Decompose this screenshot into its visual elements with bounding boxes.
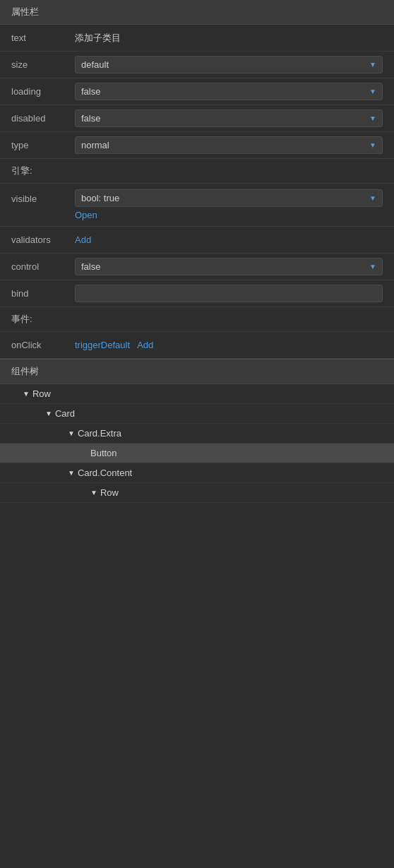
prop-label-bind: bind [11, 288, 75, 299]
tree-item-label: Card.Extra [78, 428, 121, 439]
tree-item-card-extra[interactable]: ▼ Card.Extra [0, 424, 394, 444]
prop-value-type[interactable]: normal ▼ [75, 136, 383, 154]
prop-label-control: control [11, 261, 75, 272]
tree-item-card[interactable]: ▼ Card [0, 404, 394, 424]
prop-row-type: type normal ▼ [0, 132, 394, 159]
prop-row-onclick: onClick triggerDefault Add [0, 332, 394, 359]
validators-add-link[interactable]: Add [75, 234, 91, 245]
prop-row-size: size default ▼ [0, 52, 394, 78]
prop-row-text: text 添加子类目 [0, 25, 394, 52]
size-select[interactable]: default ▼ [75, 56, 383, 73]
onclick-add-link[interactable]: Add [137, 340, 153, 350]
prop-value-disabled[interactable]: false ▼ [75, 109, 383, 127]
triggers-label: 引擎: [0, 159, 394, 184]
visible-select-value: bool: true [81, 193, 119, 203]
properties-panel-header: 属性栏 [0, 0, 394, 25]
tree-item-label: Card [55, 408, 75, 419]
chevron-right-icon: ▼ [90, 489, 97, 497]
chevron-right-icon: ▼ [68, 469, 75, 477]
component-tree-header: 组件树 [0, 359, 394, 384]
prop-label-size: size [11, 59, 75, 70]
prop-row-visible: visible bool: true ▼ Open [0, 184, 394, 227]
chevron-down-icon: ▼ [369, 61, 376, 69]
chevron-down-icon: ▼ [369, 88, 376, 95]
tree-item-label: Button [90, 448, 117, 458]
chevron-down-icon: ▼ [369, 114, 376, 122]
properties-section: text 添加子类目 size default ▼ loading false … [0, 25, 394, 359]
prop-label-type: type [11, 140, 75, 150]
type-select-value: normal [81, 140, 109, 150]
tree-item-row-1[interactable]: ▼ Row [0, 384, 394, 404]
prop-row-control: control false ▼ [0, 254, 394, 280]
control-select-value: false [81, 261, 100, 272]
type-select[interactable]: normal ▼ [75, 136, 383, 154]
prop-label-disabled: disabled [11, 113, 75, 124]
prop-value-onclick: triggerDefault Add [75, 340, 383, 350]
events-label: 事件: [0, 307, 394, 332]
disabled-select[interactable]: false ▼ [75, 109, 383, 127]
chevron-right-icon: ▼ [68, 429, 75, 437]
prop-row-validators: validators Add [0, 227, 394, 254]
disabled-select-value: false [81, 113, 100, 124]
prop-label-onclick: onClick [11, 340, 75, 350]
prop-label-loading: loading [11, 86, 75, 97]
chevron-down-icon: ▼ [369, 194, 376, 202]
prop-value-control[interactable]: false ▼ [75, 258, 383, 275]
visible-open-link[interactable]: Open [75, 210, 383, 220]
tree-item-label: Row [32, 388, 51, 399]
tree-item-card-content[interactable]: ▼ Card.Content [0, 463, 394, 483]
bind-input[interactable] [75, 285, 383, 302]
control-select[interactable]: false ▼ [75, 258, 383, 275]
chevron-right-icon: ▼ [23, 390, 30, 398]
prop-value-loading[interactable]: false ▼ [75, 83, 383, 100]
visible-select[interactable]: bool: true ▼ [75, 189, 383, 207]
tree-item-label: Card.Content [78, 468, 132, 478]
size-select-value: default [81, 59, 109, 70]
prop-value-text: 添加子类目 [75, 32, 383, 44]
loading-select[interactable]: false ▼ [75, 83, 383, 100]
prop-row-loading: loading false ▼ [0, 78, 394, 105]
chevron-down-icon: ▼ [369, 141, 376, 149]
prop-label-validators: validators [11, 234, 75, 245]
prop-row-bind: bind [0, 280, 394, 307]
loading-select-value: false [81, 86, 100, 97]
prop-value-bind[interactable] [75, 285, 383, 302]
chevron-down-icon: ▼ [369, 263, 376, 270]
tree-item-button[interactable]: Button [0, 444, 394, 463]
component-tree-section: ▼ Row ▼ Card ▼ Card.Extra Button ▼ Card.… [0, 384, 394, 503]
prop-value-size[interactable]: default ▼ [75, 56, 383, 73]
prop-label-visible: visible [11, 194, 75, 204]
tree-item-label: Row [100, 487, 119, 498]
chevron-right-icon: ▼ [45, 410, 52, 417]
prop-row-disabled: disabled false ▼ [0, 105, 394, 132]
tree-item-row-2[interactable]: ▼ Row [0, 483, 394, 503]
onclick-trigger-link[interactable]: triggerDefault [75, 340, 130, 350]
prop-label-text: text [11, 32, 75, 43]
prop-value-validators: Add [75, 234, 383, 245]
visible-controls: bool: true ▼ Open [75, 189, 383, 220]
